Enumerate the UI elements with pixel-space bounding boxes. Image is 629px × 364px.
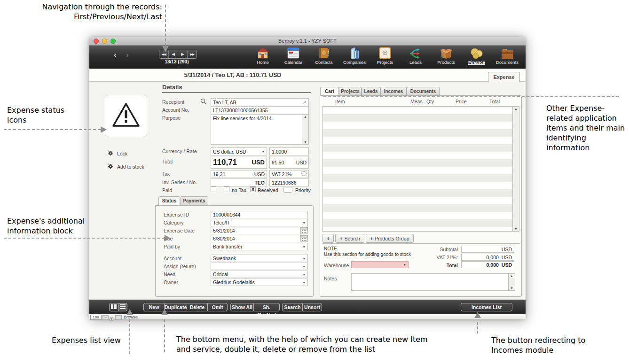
previous-record-button[interactable]: ◀ [168,50,178,58]
purpose-field[interactable]: Fix line services for 4/2014. ▲ ▼ [211,114,309,145]
warehouse-dropdown[interactable]: ▼ [351,261,409,268]
module-label: Products [437,60,455,65]
module-finance[interactable]: Finance [462,46,491,65]
lock-action[interactable]: Lock [107,149,127,158]
incomes-list-button[interactable]: Incomes List [461,303,512,311]
clear-tax-icon[interactable] [301,171,307,177]
tax-field[interactable]: 19,21 USD [211,170,267,178]
scroll-down-icon[interactable]: ▼ [509,287,515,290]
scroll-up-icon[interactable]: ▲ [302,115,308,118]
zoom-out-icon[interactable]: – [102,315,109,319]
account-dropdown[interactable]: Swedbank▼ [211,255,308,262]
module-products[interactable]: Products [432,46,461,65]
omit-button[interactable]: Omit [207,303,228,311]
add-to-stock-action[interactable]: Add to stock [107,163,144,171]
no-tax-checkbox[interactable] [224,186,229,192]
received-checkbox[interactable]: X [250,186,256,192]
scroll-up-icon[interactable]: ▲ [513,107,519,110]
note-text: Use this section for adding goods to sto… [324,252,411,257]
annotation-dashed-line-status-icons [4,129,101,130]
add-search-button[interactable]: +Search [335,234,364,243]
record-header: 5/31/2014 / Teo LT, AB : 110.71 USD [89,69,526,82]
recipient-field[interactable]: Teo LT, AB ↗ [211,98,309,106]
module-documents[interactable]: Documents [493,46,522,65]
last-record-button[interactable]: ▶▶ [187,50,197,58]
module-label: Leads [409,60,422,65]
layout-mode-icon[interactable] [115,315,122,320]
search-icon[interactable] [200,98,207,107]
paid-by-dropdown[interactable]: Bank transfer▼ [211,243,308,250]
history-forward-icon[interactable]: › [126,50,129,60]
category-dropdown[interactable]: Telco/IT▼ [211,219,308,226]
rate-field[interactable]: 1,0000 [269,147,309,155]
module-projects[interactable]: Projects [370,46,400,65]
module-companies[interactable]: Companies [340,46,369,65]
module-home[interactable]: Home [248,46,277,65]
vat-label: VAT 21%: [406,255,458,260]
module-calendar[interactable]: Calendar [279,46,308,65]
record-actions-group: New Duplicate Delete Omit [143,303,228,311]
go-to-recipient-icon[interactable]: ↗ [303,100,307,105]
inv-series-field[interactable]: TEO [211,178,267,186]
chevron-down-icon: ▼ [303,281,306,284]
total-alt-field[interactable]: 91,50 USD [269,156,309,169]
due-field[interactable]: 6/30/2014 [211,235,300,242]
tab-payments[interactable]: Payments [180,196,208,206]
vat-field[interactable]: 0,000USD [461,254,514,261]
account-no-label: Account No. [162,107,189,113]
lock-label: Lock [117,151,127,156]
tab-projects[interactable]: Projects [339,87,362,96]
next-record-button[interactable]: ▶ [178,50,187,58]
search-button[interactable]: Search [282,303,303,311]
assign-return-dropdown[interactable]: ▼ [211,263,308,270]
expense-date-label: Expense Date [164,228,195,233]
scroll-down-icon[interactable]: ▼ [302,140,308,144]
annotation-bottom-menu: The bottom menu, with the help of which … [176,334,440,354]
paid-checkbox[interactable] [211,186,216,192]
expense-id-label: Expense ID [164,212,189,217]
add-products-group-button[interactable]: +Products Group [366,234,414,243]
module-leads[interactable]: Leads [401,46,430,65]
delete-button[interactable]: Delete [187,303,208,311]
unsort-button[interactable]: Unsort [302,303,322,311]
expense-id-field[interactable]: 1000001644 [211,211,308,218]
tab-documents[interactable]: Documents [407,87,440,96]
history-back-icon[interactable]: ‹ [114,50,117,60]
col-total: Total [489,99,500,104]
add-item-button[interactable]: + [322,234,334,243]
tab-cart[interactable]: Cart [320,87,339,96]
grand-total-field[interactable]: 0,000USD [461,261,514,268]
notes-scrollbar[interactable]: ▲ ▼ [508,274,515,290]
form-view-button[interactable] [109,303,118,311]
tax-type-field[interactable]: VAT 21% [269,170,309,178]
scroll-down-icon[interactable]: ▼ [513,227,519,231]
priority-field[interactable] [283,187,292,193]
screenshot-root: Benroy v.1.1 - YZY SOFT ‹ › ◀◀ ◀ ▶ ▶▶ 13… [0,0,629,364]
scroll-up-icon[interactable]: ▲ [509,274,515,278]
zoom-level-field[interactable]: 100 [90,315,102,320]
module-contacts[interactable]: Contacts [309,46,338,65]
cart-table-scrollbar[interactable]: ▲ ▼ [512,107,519,231]
currency-dropdown[interactable]: US dollar, USD ▼ [211,147,267,155]
subtotal-field[interactable]: USD [461,246,514,253]
show-all-button[interactable]: Show All [230,303,254,311]
tab-incomes[interactable]: Incomes [380,87,407,96]
total-field[interactable]: 110,71 USD [211,156,267,169]
inv-number-field[interactable]: 122190686 [269,178,309,186]
notes-field[interactable]: ▲ ▼ [351,273,515,291]
plus-icon: + [370,236,373,241]
module-label: Contacts [315,60,333,65]
list-view-button[interactable] [118,303,127,311]
tab-expense-layout[interactable]: Expense [488,72,520,82]
purpose-scrollbar[interactable]: ▲ ▼ [302,115,308,144]
need-dropdown[interactable]: Critical▼ [211,271,308,278]
expense-date-field[interactable]: 5/31/2014 [211,227,300,234]
show-omitted-button[interactable]: Sh. Omitted [253,303,280,311]
account-no-field[interactable]: LT137300010000561355 [211,106,309,114]
main-toolbar: ‹ › ◀◀ ◀ ▶ ▶▶ 13/13 (293) Home Calendar [89,46,526,69]
cart-items-table[interactable]: ▲ ▼ [322,106,519,232]
owner-dropdown[interactable]: Giedrius Godelaitis▼ [211,279,308,286]
tab-leads[interactable]: Leads [362,87,380,96]
zoom-in-icon[interactable] [109,315,114,323]
tab-status[interactable]: Status [158,196,180,206]
